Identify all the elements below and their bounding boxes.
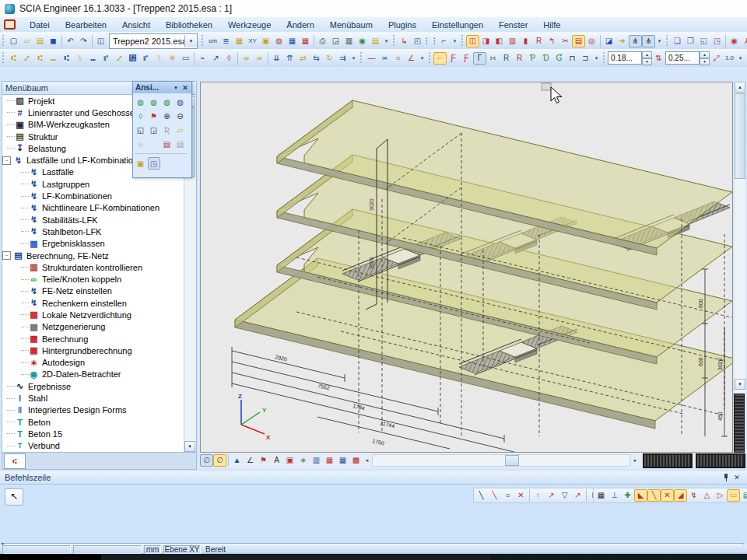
book-icon[interactable]: ▥ (310, 454, 323, 467)
overflow-chevron-icon[interactable]: ▾ (382, 35, 391, 47)
new-project-icon[interactable]: ▢ (7, 35, 20, 47)
menu-ansicht[interactable]: Ansicht (114, 19, 158, 31)
member-tool-3-icon[interactable]: ⑆ (33, 52, 47, 65)
copy-up-icon[interactable]: ⇈ (283, 52, 296, 65)
collapse-box-icon[interactable]: - (2, 156, 11, 165)
tree-item-lastgruppen[interactable]: ↯Lastgruppen (2, 178, 196, 190)
menu-fenster[interactable]: Fenster (491, 19, 535, 31)
print-preview-icon[interactable]: ◲ (329, 35, 342, 47)
tree-item-netzgenerierung[interactable]: ▩Netzgenerierung (2, 321, 196, 333)
tree-item-verbund[interactable]: TVerbund (2, 440, 196, 452)
frame-tool-7-icon[interactable]: R (513, 52, 526, 65)
member-tool-7-icon[interactable]: ⑉ (86, 52, 100, 65)
toolbar-grip[interactable] (602, 52, 606, 65)
length-snap-icon[interactable]: ▭ (727, 489, 740, 502)
measure-icon[interactable]: ↗ (209, 52, 223, 65)
arrow-scale-icon[interactable]: ⤢ (710, 52, 723, 65)
tangent-snap-icon[interactable]: ↯ (687, 489, 700, 502)
copy-down-icon[interactable]: ⇊ (270, 52, 283, 65)
binoculars-1-icon[interactable]: ∞ (240, 52, 253, 65)
overflow-chevron-icon[interactable]: ▾ (451, 35, 459, 47)
view-window-1-icon[interactable]: ❏ (671, 35, 684, 47)
view-window-4-icon[interactable]: ◳ (710, 35, 724, 47)
toolbar-grip[interactable] (201, 35, 205, 47)
perpendicular-snap-icon[interactable]: ◢ (674, 489, 687, 502)
scroll-right-icon[interactable]: ▸ (631, 454, 640, 467)
frame-tool-3-icon[interactable]: Ƒ (460, 52, 473, 65)
overflow-chevron-icon[interactable]: ▾ (349, 52, 358, 65)
globe-doc-icon[interactable]: ◉ (356, 35, 369, 47)
points-display-icon[interactable]: ∗ (296, 454, 310, 467)
frame-tool-2-icon[interactable]: Ƒ (447, 52, 460, 65)
node-up-icon[interactable]: ↑ (531, 489, 545, 502)
menu-werkzeuge[interactable]: Werkzeuge (220, 19, 279, 31)
grid-snap-icon[interactable]: ⋮⋮ (424, 35, 437, 47)
light-icon[interactable]: ☼ (135, 138, 147, 150)
line-tool-icon[interactable]: — (365, 52, 378, 65)
member-tool-8-icon[interactable]: ⑈ (100, 52, 113, 65)
line-draw-icon[interactable]: ╲ (475, 489, 488, 502)
zoom-in-icon[interactable]: ⊕ (161, 110, 174, 122)
save-selection-icon[interactable]: ◪ (602, 35, 615, 47)
selection-mode-button[interactable]: ↖ (5, 488, 23, 506)
menu-datei[interactable]: Datei (22, 19, 58, 31)
save-icon[interactable]: ◼ (47, 35, 60, 47)
frame-tool-1-icon[interactable]: ⌐ (433, 52, 447, 65)
frame-tool-9-icon[interactable]: Ɗ (539, 52, 552, 65)
frame-tool-5-icon[interactable]: ∺ (486, 52, 500, 65)
tree-item-netzverdichtung[interactable]: ▩Lokale Netzverdichtung (2, 309, 196, 320)
menu-bibliotheken[interactable]: Bibliotheken (158, 19, 220, 31)
scale-spinner-2[interactable]: 0.25... (665, 51, 700, 65)
tree-item-2d-daten[interactable]: ◉2D-Daten-Betrachter (2, 369, 196, 380)
node-drop-icon[interactable]: ▽ (558, 489, 571, 502)
menubaum-tab[interactable]: ⑆ (4, 453, 26, 469)
zoom-rotate-icon[interactable]: Ʀ (161, 124, 174, 136)
scroll-up-icon[interactable]: ▴ (735, 82, 745, 93)
view-axo-icon[interactable]: ◍ (174, 96, 187, 108)
member-tool-10-icon[interactable]: ⑋ (126, 52, 139, 65)
frame-tool-12-icon[interactable]: ⊐ (579, 52, 592, 65)
toolbar-grip[interactable] (665, 35, 669, 47)
member-tool-11-icon[interactable]: ⑈ (139, 52, 153, 65)
deselect-icon[interactable]: ✂ (559, 35, 572, 47)
overflow-chevron-icon[interactable]: ▾ (418, 52, 426, 65)
ansicht-dropdown-icon[interactable]: ▼ (174, 86, 181, 90)
scroll-down-icon[interactable]: ▾ (184, 441, 195, 452)
overflow-chevron-icon[interactable]: ▾ (592, 52, 601, 65)
member-tool-1-icon[interactable]: ⑆ (7, 52, 20, 65)
node-vector-icon[interactable]: ↗ (571, 489, 584, 502)
dimension-swap-icon[interactable]: ⇅ (652, 52, 665, 65)
tree-item-berechnung[interactable]: ▦Berechnung (2, 333, 196, 345)
tree-item-autodesign[interactable]: ∗Autodesign (2, 357, 196, 369)
tree-item-ergebnisse[interactable]: ∿Ergebnisse (2, 380, 196, 392)
menu-einstellungen[interactable]: Einstellungen (424, 19, 491, 31)
select-curve-icon[interactable]: R (532, 35, 545, 47)
view-window-2-icon[interactable]: ❐ (684, 35, 697, 47)
menu-menubaum[interactable]: Menübaum (322, 19, 381, 31)
scale-spinner-2-stepper[interactable]: ▲▼ (700, 51, 710, 65)
select-building-icon[interactable]: ▥ (506, 35, 519, 47)
axes-display-icon[interactable]: ▲ (230, 454, 244, 467)
ansicht-toolbar-header[interactable]: Ansi... ▼ ✕ (133, 82, 191, 93)
select-hook-icon[interactable]: ↰ (545, 35, 559, 47)
axis-snap-icon[interactable]: ⊥ (608, 489, 621, 502)
tree-item-idf[interactable]: ‖Integriertes Design Forms (2, 404, 196, 416)
polygon-snap-icon[interactable]: △ (700, 489, 714, 502)
member-tool-6-icon[interactable]: ⑊ (73, 52, 86, 65)
intersection-snap-icon[interactable]: ✕ (661, 489, 674, 502)
project-browser-icon[interactable]: ◫ (94, 35, 107, 47)
clip-toggle-1-icon[interactable]: ∅ (200, 454, 213, 467)
project-combo-dropdown[interactable]: ▼ (184, 35, 197, 47)
befehlszeile-close-icon[interactable]: ✕ (731, 474, 742, 481)
array-tool-icon[interactable]: ⇉ (336, 52, 349, 65)
tree-item-ergebnisklassen[interactable]: ▦Ergebnisklassen (2, 238, 196, 250)
nearest-snap-icon[interactable]: ╲ (647, 489, 661, 502)
overflow-chevron-icon[interactable]: ▾ (655, 35, 664, 47)
filter-2-icon[interactable]: ⋔ (642, 35, 655, 47)
toolbar-grip[interactable] (428, 52, 432, 65)
parallel-tool-icon[interactable]: ≍ (378, 52, 391, 65)
table-blue-icon[interactable]: ▦ (286, 35, 299, 47)
undo-icon[interactable]: ↶ (64, 35, 77, 47)
angle-tool-icon[interactable]: ∠ (405, 52, 418, 65)
delete-draw-icon[interactable]: ✕ (514, 489, 528, 502)
